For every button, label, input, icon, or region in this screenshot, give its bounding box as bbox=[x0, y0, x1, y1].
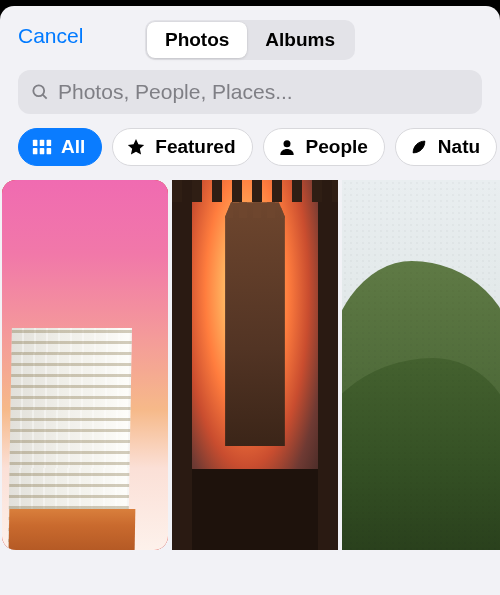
svg-point-0 bbox=[33, 85, 44, 96]
photo-picker-sheet: Cancel Photos Albums Photos, People, Pla… bbox=[0, 6, 500, 595]
grid-icon bbox=[31, 136, 53, 158]
leaf-icon bbox=[408, 136, 430, 158]
svg-rect-3 bbox=[40, 140, 45, 146]
cancel-button[interactable]: Cancel bbox=[18, 24, 83, 48]
star-icon bbox=[125, 136, 147, 158]
search-row: Photos, People, Places... bbox=[0, 70, 500, 128]
search-placeholder: Photos, People, Places... bbox=[58, 80, 293, 104]
svg-rect-6 bbox=[40, 148, 45, 154]
photo-thumbnail[interactable] bbox=[2, 180, 168, 550]
view-segmented-control[interactable]: Photos Albums bbox=[145, 20, 355, 60]
segment-photos[interactable]: Photos bbox=[147, 22, 247, 58]
filter-chip-nature[interactable]: Natu bbox=[395, 128, 497, 166]
svg-rect-4 bbox=[47, 140, 52, 146]
chip-label: Featured bbox=[155, 136, 235, 158]
filter-chip-all[interactable]: All bbox=[18, 128, 102, 166]
filter-chip-featured[interactable]: Featured bbox=[112, 128, 252, 166]
photo-grid[interactable] bbox=[0, 180, 500, 595]
chip-label: Natu bbox=[438, 136, 480, 158]
svg-rect-7 bbox=[47, 148, 52, 154]
chip-label: People bbox=[306, 136, 368, 158]
chip-label: All bbox=[61, 136, 85, 158]
svg-line-1 bbox=[43, 95, 47, 99]
filter-chips-row[interactable]: All Featured People Natu bbox=[0, 128, 500, 180]
svg-rect-2 bbox=[33, 140, 38, 146]
svg-point-8 bbox=[283, 140, 290, 147]
segment-albums[interactable]: Albums bbox=[247, 22, 353, 58]
filter-chip-people[interactable]: People bbox=[263, 128, 385, 166]
photo-thumbnail[interactable] bbox=[342, 180, 500, 550]
person-icon bbox=[276, 136, 298, 158]
svg-rect-5 bbox=[33, 148, 38, 154]
search-input[interactable]: Photos, People, Places... bbox=[18, 70, 482, 114]
search-icon bbox=[30, 82, 50, 102]
photo-thumbnail[interactable] bbox=[172, 180, 338, 550]
header-bar: Cancel Photos Albums bbox=[0, 6, 500, 70]
